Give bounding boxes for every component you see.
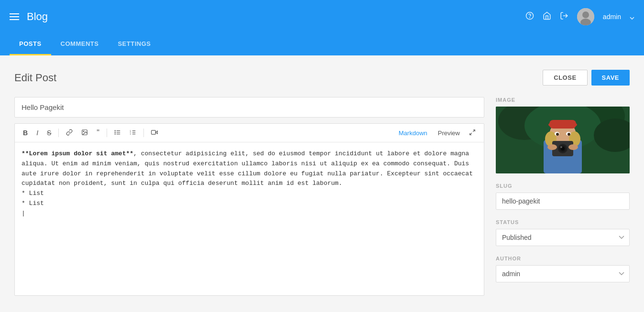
hamburger-menu[interactable] bbox=[10, 13, 19, 20]
sub-navigation: POSTS COMMENTS SETTINGS bbox=[0, 33, 644, 55]
status-select[interactable]: Published Draft bbox=[496, 229, 630, 246]
svg-point-13 bbox=[115, 133, 115, 134]
post-image[interactable] bbox=[496, 107, 630, 173]
image-button[interactable] bbox=[78, 127, 91, 139]
editor-section: B I S " 123 bbox=[14, 97, 484, 296]
tab-posts[interactable]: POSTS bbox=[10, 33, 51, 55]
mode-preview-button[interactable]: Preview bbox=[433, 128, 465, 139]
svg-point-40 bbox=[547, 144, 557, 150]
svg-point-45 bbox=[568, 133, 570, 136]
svg-point-11 bbox=[115, 130, 115, 130]
sidebar: IMAGE bbox=[496, 97, 630, 296]
expand-button[interactable] bbox=[466, 127, 479, 139]
author-section: AUTHOR admin bbox=[496, 256, 630, 282]
mode-markdown-button[interactable]: Markdown bbox=[394, 128, 432, 139]
username-label[interactable]: admin bbox=[603, 13, 621, 21]
main-content: Edit Post CLOSE SAVE B I S bbox=[0, 55, 644, 310]
toolbar-separator-2 bbox=[107, 129, 107, 137]
svg-rect-32 bbox=[549, 120, 576, 129]
post-title-input[interactable] bbox=[14, 97, 484, 118]
user-dropdown-icon[interactable] bbox=[630, 12, 634, 22]
image-section: IMAGE bbox=[496, 97, 630, 173]
app-brand: Blog bbox=[27, 11, 525, 23]
blockquote-button[interactable]: " bbox=[93, 127, 103, 139]
bold-button[interactable]: B bbox=[20, 127, 31, 139]
close-button[interactable]: CLOSE bbox=[543, 70, 587, 86]
svg-point-12 bbox=[115, 132, 115, 132]
svg-line-23 bbox=[470, 133, 472, 135]
toolbar-separator-3 bbox=[143, 129, 144, 137]
svg-marker-20 bbox=[155, 131, 157, 134]
svg-line-22 bbox=[473, 129, 475, 131]
svg-point-44 bbox=[556, 133, 559, 136]
italic-button[interactable]: I bbox=[33, 127, 42, 139]
video-button[interactable] bbox=[148, 127, 161, 139]
save-button[interactable]: SAVE bbox=[591, 70, 630, 86]
svg-text:3: 3 bbox=[130, 132, 131, 135]
svg-point-7 bbox=[83, 131, 84, 132]
avatar[interactable] bbox=[577, 8, 594, 25]
author-label: AUTHOR bbox=[496, 256, 630, 261]
strikethrough-button[interactable]: S bbox=[44, 127, 55, 139]
ol-button[interactable]: 123 bbox=[126, 127, 140, 139]
svg-rect-21 bbox=[152, 130, 156, 134]
editor-wrapper: B I S " 123 bbox=[14, 123, 484, 296]
logout-icon[interactable] bbox=[560, 11, 568, 22]
link-button[interactable] bbox=[63, 127, 76, 139]
header-buttons: CLOSE SAVE bbox=[543, 70, 630, 86]
tab-settings[interactable]: SETTINGS bbox=[108, 33, 160, 55]
editor-toolbar: B I S " 123 bbox=[15, 124, 484, 142]
edit-post-header: Edit Post CLOSE SAVE bbox=[14, 70, 630, 86]
tab-comments[interactable]: COMMENTS bbox=[51, 33, 109, 55]
home-icon[interactable] bbox=[543, 11, 551, 22]
ul-button[interactable] bbox=[111, 127, 124, 139]
topnav-icons: admin bbox=[525, 8, 634, 25]
svg-point-4 bbox=[582, 11, 589, 18]
svg-point-1 bbox=[529, 17, 530, 18]
slug-input[interactable] bbox=[496, 193, 630, 210]
page-title: Edit Post bbox=[14, 72, 56, 84]
author-select[interactable]: admin bbox=[496, 265, 630, 282]
slug-section: SLUG bbox=[496, 183, 630, 210]
content-area: B I S " 123 bbox=[14, 97, 630, 296]
toolbar-separator-1 bbox=[58, 129, 59, 137]
top-navigation: Blog admin bbox=[0, 0, 644, 33]
image-label: IMAGE bbox=[496, 97, 630, 103]
toolbar-right: Markdown Preview bbox=[394, 127, 479, 139]
svg-point-39 bbox=[560, 146, 562, 148]
status-section: STATUS Published Draft bbox=[496, 219, 630, 246]
svg-point-41 bbox=[568, 144, 578, 150]
editor-content[interactable]: **Lorem ipsum dolor sit amet**, consecte… bbox=[15, 142, 484, 295]
status-label: STATUS bbox=[496, 219, 630, 225]
slug-label: SLUG bbox=[496, 183, 630, 189]
help-icon[interactable] bbox=[525, 11, 534, 22]
